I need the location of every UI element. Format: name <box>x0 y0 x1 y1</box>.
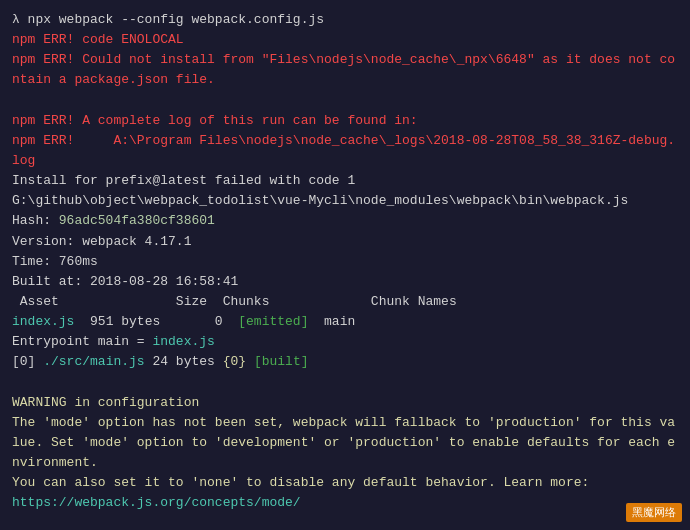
terminal-line: You can also set it to 'none' to disable… <box>12 473 678 493</box>
terminal-text: Time: 760ms <box>12 254 98 269</box>
terminal-text <box>246 354 254 369</box>
terminal-line: Asset Size Chunks Chunk Names <box>12 292 678 312</box>
terminal-line: https://webpack.js.org/concepts/mode/ <box>12 493 678 513</box>
terminal-text: 24 bytes <box>145 354 223 369</box>
terminal-line: G:\github\object\webpack_todolist\vue-My… <box>12 191 678 211</box>
terminal-line: Hash: 96adc504fa380cf38601 <box>12 211 678 231</box>
terminal-text: 96adc504fa380cf38601 <box>59 213 215 228</box>
terminal-text: Version: webpack 4.17.1 <box>12 234 191 249</box>
terminal-text: 951 bytes 0 <box>74 314 238 329</box>
terminal-line: Install for prefix@latest failed with co… <box>12 171 678 191</box>
terminal-line: Built at: 2018-08-28 16:58:41 <box>12 272 678 292</box>
terminal-text: main <box>308 314 355 329</box>
terminal-line: [0] ./src/main.js 24 bytes {0} [built] <box>12 352 678 372</box>
terminal-text: Asset Size Chunks Chunk Names <box>12 294 457 309</box>
terminal-text: npm ERR! A complete log of this run can … <box>12 113 418 128</box>
terminal-text: [0] <box>12 354 43 369</box>
terminal-line: npm ERR! A:\Program Files\nodejs\node_ca… <box>12 131 678 171</box>
terminal-line: index.js 951 bytes 0 [emitted] main <box>12 312 678 332</box>
terminal-text: Entrypoint main = <box>12 334 152 349</box>
terminal-text: The 'mode' option has not been set, webp… <box>12 415 675 470</box>
terminal-line: npm ERR! code ENOLOCAL <box>12 30 678 50</box>
terminal-text: G:\github\object\webpack_todolist\vue-My… <box>12 193 628 208</box>
terminal-text: 16:58:41 <box>176 274 238 289</box>
terminal-empty-line <box>12 91 678 111</box>
terminal-text: You can also set it to 'none' to disable… <box>12 475 589 490</box>
terminal-text: index.js <box>12 314 74 329</box>
terminal-line: Entrypoint main = index.js <box>12 332 678 352</box>
terminal-text: Hash: <box>12 213 59 228</box>
terminal-text: ./src/main.js <box>43 354 144 369</box>
terminal-content: λ npx webpack --config webpack.config.js… <box>12 10 678 514</box>
terminal-line: Version: webpack 4.17.1 <box>12 232 678 252</box>
terminal-line: The 'mode' option has not been set, webp… <box>12 413 678 473</box>
terminal-text: https://webpack.js.org/concepts/mode/ <box>12 495 301 510</box>
terminal-text: WARNING in configuration <box>12 395 199 410</box>
terminal-text: [emitted] <box>238 314 308 329</box>
terminal-window: λ npx webpack --config webpack.config.js… <box>0 0 690 530</box>
terminal-text: npm ERR! Could not install from "Files\n… <box>12 52 675 87</box>
terminal-text: Built at: 2018-08-28 <box>12 274 176 289</box>
terminal-line: npm ERR! Could not install from "Files\n… <box>12 50 678 90</box>
terminal-text: npm ERR! code ENOLOCAL <box>12 32 184 47</box>
terminal-text: [built] <box>254 354 309 369</box>
terminal-text: Install for prefix@latest failed with co… <box>12 173 355 188</box>
terminal-text: {0} <box>223 354 246 369</box>
terminal-line: WARNING in configuration <box>12 393 678 413</box>
watermark: 黑魔网络 <box>626 503 682 522</box>
terminal-line: npm ERR! A complete log of this run can … <box>12 111 678 131</box>
terminal-text: λ npx webpack --config webpack.config.js <box>12 12 324 27</box>
terminal-empty-line <box>12 373 678 393</box>
terminal-text: npm ERR! A:\Program Files\nodejs\node_ca… <box>12 133 675 168</box>
terminal-line: λ npx webpack --config webpack.config.js <box>12 10 678 30</box>
terminal-line: Time: 760ms <box>12 252 678 272</box>
terminal-text: index.js <box>152 334 214 349</box>
